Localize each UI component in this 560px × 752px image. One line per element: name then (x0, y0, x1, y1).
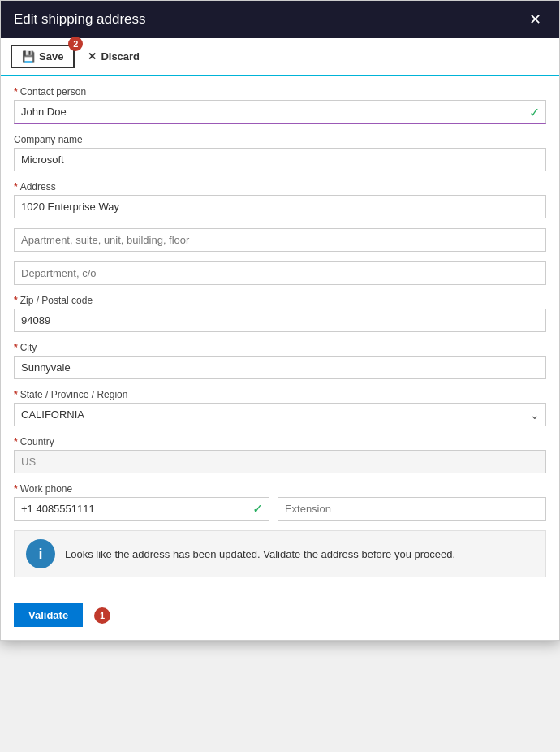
validate-row: Validate 1 (1, 597, 559, 640)
address2-wrapper (14, 228, 546, 252)
company-name-wrapper (14, 148, 546, 171)
country-input (14, 450, 546, 473)
validate-button[interactable]: Validate (14, 603, 83, 627)
work-phone-input[interactable] (14, 497, 269, 521)
required-star-6: * (14, 436, 18, 447)
modal-title: Edit shipping address (14, 11, 146, 28)
required-star: * (14, 86, 18, 97)
toolbar: 2 💾 Save ✕ Discard (1, 38, 559, 76)
address-wrapper (14, 195, 546, 218)
phone-row: ✓ (14, 497, 546, 521)
validate-badge: 1 (94, 607, 110, 624)
extension-wrapper (278, 497, 546, 521)
work-phone-label: * Work phone (14, 483, 546, 495)
address-label: * Address (14, 181, 546, 192)
required-star-2: * (14, 181, 18, 192)
discard-icon: ✕ (88, 50, 97, 63)
required-star-7: * (14, 483, 18, 495)
phone-check-icon: ✓ (252, 501, 263, 516)
contact-person-check-icon: ✓ (529, 105, 540, 120)
discard-button[interactable]: ✕ Discard (78, 46, 149, 67)
validate-label: Validate (28, 609, 68, 621)
required-star-5: * (14, 389, 18, 400)
info-icon: i (26, 539, 55, 568)
country-wrapper (14, 450, 546, 473)
state-select[interactable]: CALIFORNIA (14, 403, 546, 426)
company-name-label: Company name (14, 134, 546, 145)
city-group: * City (14, 342, 546, 379)
country-label: * Country (14, 436, 546, 447)
country-group: * Country (14, 436, 546, 473)
contact-person-label: * Contact person (14, 86, 546, 97)
zip-group: * Zip / Postal code (14, 295, 546, 332)
city-label: * City (14, 342, 546, 353)
form-body: * Contact person ✓ Company name * Addres… (1, 76, 559, 597)
address2-input[interactable] (14, 228, 546, 252)
required-star-3: * (14, 295, 18, 306)
extension-input[interactable] (278, 497, 546, 521)
save-button[interactable]: 💾 Save (11, 45, 75, 68)
address-input[interactable] (14, 195, 546, 218)
discard-label: Discard (101, 50, 140, 63)
address-group: * Address (14, 181, 546, 218)
work-phone-group: * Work phone ✓ (14, 483, 546, 521)
zip-input[interactable] (14, 309, 546, 332)
zip-label: * Zip / Postal code (14, 295, 546, 306)
contact-person-group: * Contact person ✓ (14, 86, 546, 124)
modal-header: Edit shipping address ✕ (1, 1, 559, 38)
save-button-wrapper: 2 💾 Save (11, 45, 75, 68)
department-input[interactable] (14, 261, 546, 285)
contact-person-wrapper: ✓ (14, 100, 546, 124)
zip-wrapper (14, 309, 546, 332)
state-select-wrapper: CALIFORNIA ⌄ (14, 403, 546, 426)
contact-person-input[interactable] (14, 100, 546, 124)
info-message: Looks like the address has been updated.… (65, 548, 455, 560)
save-label: Save (39, 50, 63, 63)
close-button[interactable]: ✕ (524, 9, 546, 30)
address2-group (14, 228, 546, 252)
edit-shipping-modal: Edit shipping address ✕ 2 💾 Save ✕ Disca… (0, 0, 560, 641)
city-wrapper (14, 356, 546, 379)
state-label: * State / Province / Region (14, 389, 546, 400)
company-name-group: Company name (14, 134, 546, 171)
phone-field-wrapper: ✓ (14, 497, 269, 521)
department-wrapper (14, 261, 546, 285)
save-icon: 💾 (22, 50, 35, 63)
required-star-4: * (14, 342, 18, 353)
company-name-input[interactable] (14, 148, 546, 171)
state-group: * State / Province / Region CALIFORNIA ⌄ (14, 389, 546, 426)
info-bar: i Looks like the address has been update… (14, 530, 546, 577)
department-group (14, 261, 546, 285)
city-input[interactable] (14, 356, 546, 379)
